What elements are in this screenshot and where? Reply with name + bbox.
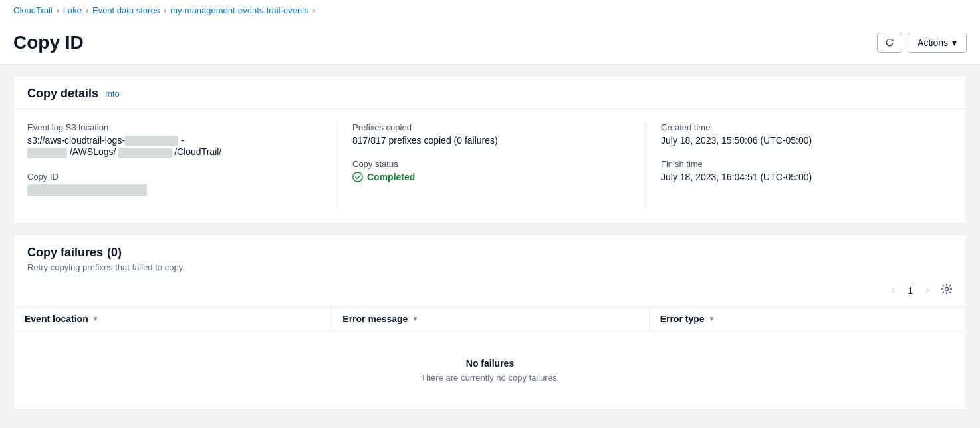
- detail-col-2: Prefixes copied 817/817 prefixes copied …: [336, 122, 644, 210]
- prefixes-copied-value: 817/817 prefixes copied (0 failures): [352, 135, 628, 146]
- finish-time-field: Finish time July 18, 2023, 16:04:51 (UTC…: [661, 159, 937, 182]
- copy-status-value: Completed: [352, 172, 628, 182]
- info-link[interactable]: Info: [105, 89, 120, 99]
- copy-id-label: Copy ID: [27, 172, 320, 182]
- header-actions: Actions ▾: [877, 33, 967, 53]
- created-time-field: Created time July 18, 2023, 15:50:06 (UT…: [661, 122, 937, 146]
- th-event-location-label: Event location: [25, 314, 88, 324]
- created-time-value: July 18, 2023, 15:50:06 (UTC-05:00): [661, 135, 937, 146]
- empty-subtitle: There are currently no copy failures.: [27, 373, 953, 383]
- breadcrumb-lake[interactable]: Lake: [63, 5, 82, 15]
- breadcrumb-sep-1: ›: [57, 6, 59, 15]
- page-title: Copy ID: [13, 32, 84, 53]
- table-header: Event location ▼ Error message ▼ Error t…: [14, 306, 966, 331]
- copy-failures-card: Copy failures (0) Retry copying prefixes…: [13, 234, 967, 410]
- breadcrumb-sep-3: ›: [164, 6, 166, 15]
- created-time-label: Created time: [661, 122, 937, 132]
- pagination-prev-button[interactable]: [885, 284, 901, 297]
- s3-awslogs: /AWSLogs/: [70, 146, 116, 157]
- breadcrumb-trail-events[interactable]: my-management-events-trail-events: [170, 5, 308, 15]
- copy-status-label: Copy status: [352, 159, 628, 169]
- detail-col-1: Event log S3 location s3://aws-cloudtrai…: [27, 122, 336, 210]
- copy-status-field: Copy status Completed: [352, 159, 628, 182]
- sort-icon-error-type: ▼: [709, 315, 715, 322]
- s3-redacted-3: [118, 148, 172, 158]
- sort-icon-event-location: ▼: [92, 315, 99, 322]
- refresh-button[interactable]: [877, 33, 902, 53]
- copy-details-header: Copy details Info: [14, 76, 966, 109]
- finish-time-label: Finish time: [661, 159, 937, 169]
- event-log-s3-location-label: Event log S3 location: [27, 122, 320, 132]
- svg-point-0: [353, 172, 362, 182]
- copy-failures-count: (0): [107, 246, 122, 260]
- breadcrumb-sep-2: ›: [86, 6, 88, 15]
- pagination-settings-button[interactable]: [938, 280, 955, 301]
- prefixes-copied-label: Prefixes copied: [352, 122, 628, 132]
- table-empty-state: No failures There are currently no copy …: [14, 331, 966, 409]
- pagination-current-page: 1: [904, 282, 917, 298]
- th-event-location[interactable]: Event location ▼: [14, 307, 331, 331]
- empty-title: No failures: [27, 358, 953, 369]
- copy-details-card: Copy details Info Event log S3 location …: [13, 75, 967, 224]
- actions-button[interactable]: Actions ▾: [908, 33, 967, 53]
- s3-redacted-2: [27, 148, 67, 158]
- th-error-message-label: Error message: [342, 314, 408, 324]
- breadcrumb: CloudTrail › Lake › Event data stores › …: [0, 0, 980, 21]
- page-header: Copy ID Actions ▾: [0, 21, 980, 65]
- s3-redacted-1: [125, 136, 178, 146]
- copy-failures-subtitle: Retry copying prefixes that failed to co…: [27, 262, 953, 272]
- main-content: Copy details Info Event log S3 location …: [0, 65, 980, 421]
- s3-dash: -: [181, 135, 184, 146]
- actions-label: Actions: [918, 37, 948, 48]
- copy-id-redacted: [27, 184, 147, 196]
- copy-status-text: Completed: [367, 172, 415, 182]
- event-log-s3-location-field: Event log S3 location s3://aws-cloudtrai…: [27, 122, 320, 158]
- th-error-type-label: Error type: [660, 314, 705, 324]
- detail-col-3: Created time July 18, 2023, 15:50:06 (UT…: [644, 122, 953, 210]
- breadcrumb-event-data-stores[interactable]: Event data stores: [92, 5, 160, 15]
- th-error-message[interactable]: Error message ▼: [331, 307, 648, 331]
- pagination-bar: 1: [14, 275, 966, 306]
- completed-icon: [352, 172, 363, 182]
- sort-icon-error-message: ▼: [412, 315, 418, 322]
- finish-time-value: July 18, 2023, 16:04:51 (UTC-05:00): [661, 172, 937, 182]
- copy-id-field: Copy ID: [27, 172, 320, 196]
- s3-prefix: s3://aws-cloudtrail-logs-: [27, 135, 125, 146]
- actions-dropdown-icon: ▾: [952, 37, 957, 48]
- copy-details-body: Event log S3 location s3://aws-cloudtrai…: [14, 109, 966, 223]
- copy-failures-header: Copy failures (0) Retry copying prefixes…: [14, 235, 966, 275]
- prefixes-copied-field: Prefixes copied 817/817 prefixes copied …: [352, 122, 628, 146]
- event-log-s3-location-value: s3://aws-cloudtrail-logs- - /AWSLogs/ /C…: [27, 135, 320, 158]
- breadcrumb-cloudtrail[interactable]: CloudTrail: [13, 5, 53, 15]
- copy-id-value: [27, 184, 320, 196]
- breadcrumb-expand-icon[interactable]: ›: [312, 5, 315, 15]
- pagination-next-button[interactable]: [919, 284, 935, 297]
- details-grid: Event log S3 location s3://aws-cloudtrai…: [27, 122, 953, 210]
- th-error-type[interactable]: Error type ▼: [649, 307, 966, 331]
- copy-failures-title: Copy failures: [27, 246, 103, 260]
- copy-details-title: Copy details: [27, 87, 98, 101]
- s3-cloudtrail: /CloudTrail/: [174, 146, 221, 157]
- svg-point-1: [945, 287, 949, 290]
